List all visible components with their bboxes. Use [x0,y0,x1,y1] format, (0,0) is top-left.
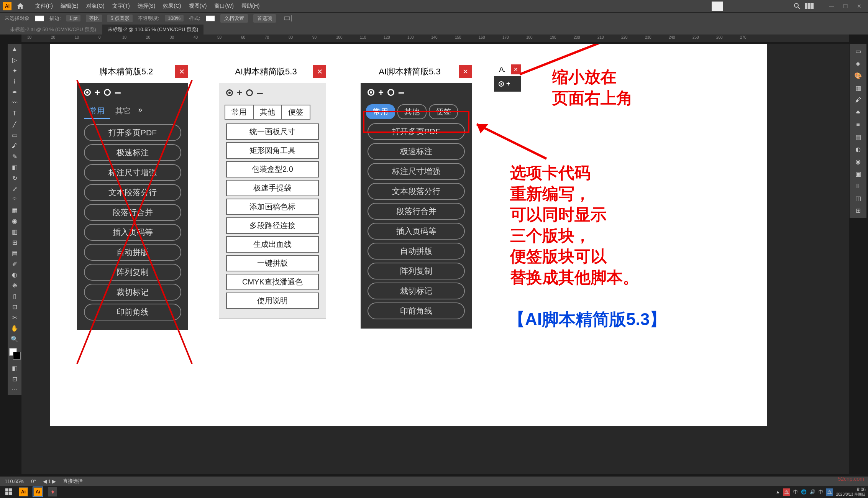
panel53dark-btn-2[interactable]: 标注尺寸增强 [368,163,465,180]
panel53dark-btn-4[interactable]: 段落行合并 [368,203,465,220]
panel53light-tab-other[interactable]: 其他 [254,105,282,120]
artboard-nav[interactable]: ◀ 1 ▶ [43,478,56,484]
direct-selection-tool-icon[interactable]: ▷ [8,54,21,65]
color-panel-icon[interactable]: 🎨 [850,70,866,81]
panel53dark-btn-8[interactable]: 裁切标记 [368,283,465,299]
shape-builder-tool-icon[interactable]: ◉ [8,215,21,226]
tray-keyboard-icon[interactable]: 五 [826,488,833,496]
workspace-icon[interactable] [805,3,814,9]
opacity-value[interactable]: 100% [165,15,184,21]
stroke-panel-icon[interactable]: ≡ [850,119,866,130]
panel52-tab-more-icon[interactable]: » [136,104,144,119]
panel52-radio-2[interactable] [104,89,111,96]
color-chips[interactable] [8,347,21,363]
curvature-tool-icon[interactable]: 〰 [8,97,21,108]
brushes-panel-icon[interactable]: 🖌 [850,94,866,106]
tray-ime2-icon[interactable]: 中 [819,489,823,495]
width-tool-icon[interactable]: ⌔ [8,194,21,205]
panel53dark-close-button[interactable]: ✕ [459,65,472,78]
lasso-tool-icon[interactable]: ⌇ [8,76,21,87]
align-panel-icon[interactable]: ⊪ [850,180,866,192]
window-maximize-button[interactable]: ☐ [840,2,851,10]
document-setup-button[interactable]: 文档设置 [220,14,248,23]
edit-toolbar-icon[interactable]: ⋯ [8,384,21,395]
panel53dark-btn-5[interactable]: 插入页码等 [368,223,465,240]
panel52-btn-2[interactable]: 标注尺寸增强 [84,164,181,181]
panel53light-btn-3[interactable]: 极速手提袋 [226,180,319,196]
free-transform-tool-icon[interactable]: ▦ [8,205,21,215]
properties-panel-icon[interactable]: ▭ [850,45,866,57]
menu-object[interactable]: 对象(O) [82,3,108,10]
perspective-tool-icon[interactable]: ▥ [8,226,21,237]
rotate-tool-icon[interactable]: ↻ [8,173,21,183]
tray-lang-icon[interactable]: 中 [793,489,798,495]
panel53light-radio-1[interactable] [226,89,233,96]
home-icon[interactable] [16,2,25,10]
appearance-panel-icon[interactable]: ◉ [850,156,866,167]
panel52-btn-5[interactable]: 插入页码等 [84,224,181,241]
panel53light-tab-notes[interactable]: 便签 [282,105,310,120]
artboard-tool-icon[interactable]: ⊡ [8,301,21,312]
preferences-button[interactable]: 首选项 [253,14,276,23]
symbols-panel-icon[interactable]: ♣ [850,107,866,118]
screen-mode-icon[interactable]: ⊡ [8,373,21,384]
stroke-value[interactable]: 1 pt [66,15,81,21]
panel53light-btn-1[interactable]: 矩形圆角工具 [226,142,319,159]
swatches-panel-icon[interactable]: ▦ [850,82,866,94]
menu-view[interactable]: 视图(V) [185,3,211,10]
rectangle-tool-icon[interactable]: ▭ [8,130,21,140]
panel52-tab-common[interactable]: 常用 [84,104,110,119]
zoom-value[interactable]: 110.65% [5,478,24,484]
tray-volume-icon[interactable]: 🔊 [810,489,815,495]
tray-ime-icon[interactable]: 五 [783,488,790,496]
brush-dropdown[interactable]: 5 点圆形 [107,15,133,22]
rotate-icon[interactable]: 0° [31,478,36,484]
menu-window[interactable]: 窗口(W) [210,3,238,10]
panel53light-btn-2[interactable]: 包装盒型2.0 [226,161,319,178]
slice-tool-icon[interactable]: ✂ [8,312,21,323]
taskbar-ai-1[interactable]: Ai [17,486,30,497]
taskbar-ai-2[interactable]: Ai [31,486,44,497]
graph-tool-icon[interactable]: ▯ [8,291,21,301]
panel53light-btn-8[interactable]: CMYK查找潘通色 [226,274,319,290]
window-minimize-button[interactable]: — [826,2,837,10]
tray-network-icon[interactable]: 🌐 [801,489,807,495]
panel52-tab-other[interactable]: 其它 [110,104,136,119]
document-tab-2[interactable]: 未标题-2 @ 110.65 % (CMYK/CPU 预览) [102,25,203,35]
menu-edit[interactable]: 编辑(E) [57,3,82,10]
panel52-btn-7[interactable]: 阵列复制 [84,264,181,281]
panel53light-btn-0[interactable]: 统一画板尺寸 [226,123,319,140]
style-swatch[interactable] [206,15,215,21]
mini-panel-close-button[interactable]: ✕ [511,64,521,74]
window-close-button[interactable]: ✕ [853,2,865,10]
panel53light-radio-2[interactable] [246,89,253,96]
taskbar-app-3[interactable]: ✦ [46,486,59,497]
artboard[interactable]: 脚本精简版5.2 ✕ + – 常用 其它 » 打开多页PDF 极速标注 [50,44,767,426]
start-button[interactable] [2,486,15,497]
menu-file[interactable]: 文件(F) [31,3,57,10]
line-tool-icon[interactable]: ╱ [8,119,21,130]
gradient-tool-icon[interactable]: ▤ [8,248,21,258]
mesh-tool-icon[interactable]: ⊞ [8,237,21,248]
paintbrush-tool-icon[interactable]: 🖌 [8,140,21,151]
panel52-radio-1[interactable] [84,89,91,96]
panel53dark-btn-6[interactable]: 自动拼版 [368,243,465,260]
transform-panel-icon[interactable]: ⊞ [850,205,866,216]
panel53light-close-button[interactable]: ✕ [313,65,326,78]
panel53dark-radio-2[interactable] [387,89,394,96]
selection-tool-icon[interactable]: ▲ [8,44,21,54]
uniform-dropdown[interactable]: 等比 [86,15,102,22]
graphic-styles-panel-icon[interactable]: ▣ [850,168,866,179]
panel53light-btn-6[interactable]: 生成出血线 [226,236,319,253]
blend-tool-icon[interactable]: ◐ [8,269,21,280]
pathfinder-panel-icon[interactable]: ◫ [850,192,866,204]
document-tab-1[interactable]: 未标题-2.ai @ 50 % (CMYK/CPU 预览) [5,25,102,35]
panel53light-btn-4[interactable]: 添加画稿色标 [226,199,319,215]
panel53dark-radio-1[interactable] [368,89,374,96]
eyedropper-tool-icon[interactable]: ✐ [8,258,21,269]
menu-type[interactable]: 文字(T) [108,3,134,10]
panel52-btn-8[interactable]: 裁切标记 [84,284,181,301]
panel53dark-btn-3[interactable]: 文本段落分行 [368,183,465,200]
menu-help[interactable]: 帮助(H) [238,3,263,10]
magic-wand-tool-icon[interactable]: ✦ [8,65,21,76]
